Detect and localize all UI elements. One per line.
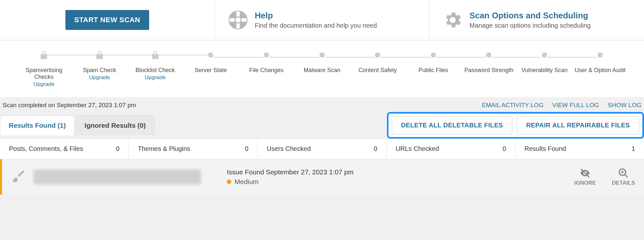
tab-ignored-results[interactable]: Ignored Results (0): [76, 115, 154, 135]
stat-cell: Posts, Comments, & Files0: [0, 139, 129, 159]
stat-label: Results Found: [524, 145, 566, 152]
eye-off-icon: [580, 168, 591, 179]
stat-label: URLs Checked: [396, 145, 439, 152]
progress-step: [127, 50, 183, 61]
progress-step: [517, 52, 572, 59]
step-dot-icon: [264, 52, 269, 58]
progress-step: [183, 52, 239, 59]
email-activity-log-link[interactable]: EMAIL ACTIVITY LOG: [482, 102, 543, 108]
step-label: Blocklist CheckUpgrade: [127, 67, 183, 88]
issue-severity: Medium: [227, 178, 568, 186]
stat-label: Posts, Comments, & Files: [9, 145, 83, 152]
options-desc: Manage scan options including scheduling: [469, 22, 591, 29]
step-dot-icon: [486, 52, 491, 58]
step-label: Content Safety: [350, 67, 406, 88]
svg-rect-3: [229, 18, 235, 22]
issue-description-redacted: [34, 170, 201, 184]
tabs-row: Results Found (1) Ignored Results (0) DE…: [0, 112, 644, 139]
stat-value: 0: [503, 145, 506, 152]
upgrade-link[interactable]: Upgrade: [72, 74, 128, 81]
svg-line-7: [625, 174, 628, 177]
progress-step: [239, 52, 294, 59]
stats-row: Posts, Comments, & Files0Themes & Plugin…: [0, 138, 644, 159]
issue-info: Issue Found September 27, 2023 1:07 pm M…: [207, 168, 568, 186]
progress-step: [72, 50, 128, 61]
progress-step: [572, 52, 628, 59]
brush-icon: [11, 169, 27, 185]
step-dot-icon: [542, 52, 547, 58]
step-dot-icon: [431, 52, 436, 58]
delete-all-button[interactable]: DELETE ALL DELETABLE FILES: [392, 116, 512, 134]
log-links: EMAIL ACTIVITY LOG VIEW FULL LOG SHOW LO…: [475, 102, 641, 109]
ignore-label: IGNORE: [574, 180, 596, 186]
stat-cell: Themes & Plugins0: [129, 139, 258, 159]
details-button[interactable]: DETAILS: [612, 168, 635, 186]
stat-cell: Results Found1: [515, 139, 644, 159]
gear-icon: [442, 10, 463, 30]
step-label: Public Files: [405, 67, 461, 88]
options-title: Scan Options and Scheduling: [469, 11, 591, 21]
progress-step: [16, 50, 72, 61]
stat-label: Users Checked: [267, 145, 311, 152]
ignore-button[interactable]: IGNORE: [574, 168, 596, 186]
severity-dot-icon: [227, 180, 231, 184]
step-label: User & Option Audit: [572, 67, 628, 88]
stat-cell: URLs Checked0: [387, 139, 515, 159]
progress-step: [405, 52, 461, 59]
tab-results-found[interactable]: Results Found (1): [0, 115, 74, 135]
options-text: Scan Options and Scheduling Manage scan …: [469, 11, 591, 29]
progress-step: [294, 52, 350, 59]
stat-label: Themes & Plugins: [138, 145, 190, 152]
bulk-actions-box: DELETE ALL DELETABLE FILES REPAIR ALL RE…: [387, 112, 644, 139]
step-label: Spamvertising ChecksUpgrade: [16, 67, 72, 88]
issue-actions: IGNORE DETAILS: [574, 168, 635, 186]
help-title: Help: [255, 11, 377, 21]
issue-found-text: Issue Found September 27, 2023 1:07 pm: [227, 168, 568, 176]
progress-step: [350, 52, 406, 59]
help-text: Help Find the documentation and help you…: [255, 11, 377, 29]
repair-all-button[interactable]: REPAIR ALL REPAIRABLE FILES: [517, 116, 639, 134]
progress-labels: Spamvertising ChecksUpgradeSpam CheckUpg…: [10, 61, 634, 88]
stat-cell: Users Checked0: [258, 139, 387, 159]
help-desc: Find the documentation and help you need: [255, 22, 377, 29]
step-label: Password Strength: [461, 67, 517, 88]
step-dot-icon: [320, 52, 325, 58]
stat-value: 0: [116, 145, 120, 152]
svg-rect-4: [241, 18, 246, 22]
step-label: Spam CheckUpgrade: [72, 67, 128, 88]
progress-track: [10, 47, 634, 61]
progress-step: [461, 52, 517, 59]
upgrade-link[interactable]: Upgrade: [127, 74, 183, 81]
svg-rect-2: [236, 23, 240, 29]
view-full-log-link[interactable]: VIEW FULL LOG: [552, 102, 599, 108]
details-label: DETAILS: [612, 180, 635, 186]
progress-panel: Spamvertising ChecksUpgradeSpam CheckUpg…: [0, 40, 644, 97]
stat-value: 0: [374, 145, 377, 152]
severity-label: Medium: [235, 178, 259, 186]
step-dot-icon: [208, 52, 213, 58]
options-section[interactable]: Scan Options and Scheduling Manage scan …: [429, 0, 644, 40]
start-scan-section: START NEW SCAN: [0, 0, 215, 40]
step-label: Malware Scan: [294, 67, 350, 88]
step-label: Vulnerability Scan: [517, 67, 572, 88]
stat-value: 1: [631, 145, 635, 152]
scan-completed-text: Scan completed on September 27, 2023 1:0…: [3, 102, 136, 109]
status-row: Scan completed on September 27, 2023 1:0…: [0, 97, 644, 112]
help-section[interactable]: Help Find the documentation and help you…: [215, 0, 430, 40]
top-panel: START NEW SCAN Help Find the documentati…: [0, 0, 644, 40]
stat-value: 0: [245, 145, 248, 152]
step-dot-icon: [375, 52, 380, 58]
upgrade-link[interactable]: Upgrade: [16, 81, 72, 88]
issue-row: Issue Found September 27, 2023 1:07 pm M…: [0, 159, 644, 195]
step-dot-icon: [598, 52, 603, 58]
lifebuoy-icon: [228, 10, 248, 30]
zoom-in-icon: [618, 168, 629, 179]
step-label: Server State: [183, 67, 239, 88]
step-label: File Changes: [239, 67, 294, 88]
show-log-link[interactable]: SHOW LOG: [608, 102, 641, 108]
svg-rect-1: [236, 11, 240, 16]
start-new-scan-button[interactable]: START NEW SCAN: [65, 10, 149, 30]
